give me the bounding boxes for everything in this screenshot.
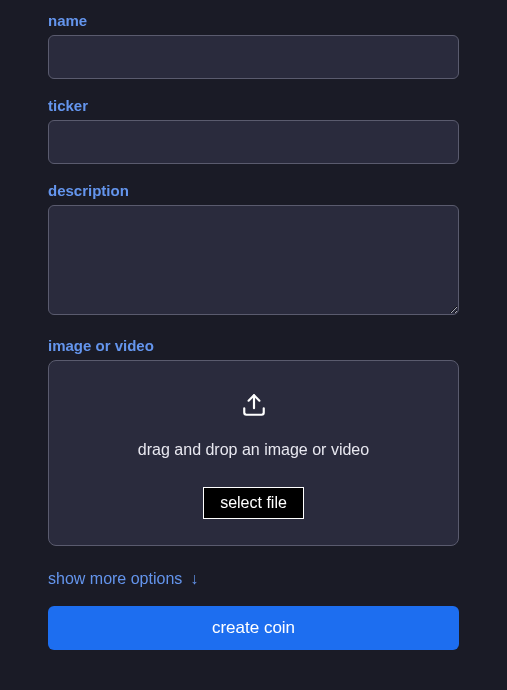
- create-coin-button[interactable]: create coin: [48, 606, 459, 650]
- dropzone-text: drag and drop an image or video: [138, 441, 369, 459]
- media-dropzone[interactable]: drag and drop an image or video select f…: [48, 360, 459, 546]
- show-more-options-button[interactable]: show more options ↓: [48, 564, 198, 606]
- more-options-label: show more options: [48, 570, 182, 588]
- description-input[interactable]: [48, 205, 459, 315]
- ticker-input[interactable]: [48, 120, 459, 164]
- name-input[interactable]: [48, 35, 459, 79]
- upload-icon: [241, 391, 267, 423]
- description-field-group: description: [48, 182, 459, 319]
- ticker-label: ticker: [48, 97, 459, 114]
- arrow-down-icon: ↓: [190, 570, 198, 588]
- ticker-field-group: ticker: [48, 97, 459, 164]
- name-label: name: [48, 12, 459, 29]
- select-file-button[interactable]: select file: [203, 487, 304, 519]
- media-field-group: image or video drag and drop an image or…: [48, 337, 459, 546]
- media-label: image or video: [48, 337, 459, 354]
- name-field-group: name: [48, 12, 459, 79]
- description-label: description: [48, 182, 459, 199]
